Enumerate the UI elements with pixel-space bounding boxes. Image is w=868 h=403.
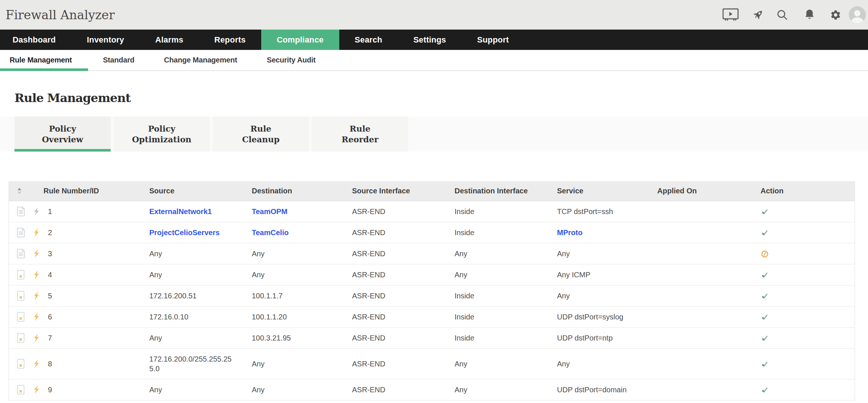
nav-item[interactable]: Dashboard (0, 30, 71, 50)
source-cell[interactable]: Any (149, 271, 162, 279)
col-header-action[interactable]: Action (761, 181, 855, 201)
destination-cell[interactable]: 100.1.1.20 (252, 313, 287, 321)
lightning-bolt-icon[interactable] (33, 207, 39, 216)
rule-row[interactable]: 5 172.16.200.51 100.1.1.7 ASR-END Inside… (9, 285, 855, 306)
lightning-bolt-icon[interactable] (33, 270, 39, 279)
nav-item[interactable]: Reports (199, 30, 261, 50)
rule-row[interactable]: 8 172.16.200.0/255.255.255.0 Any ASR-END… (9, 348, 855, 379)
lightning-bolt-icon[interactable] (33, 385, 39, 394)
col-header-applied-on[interactable]: Applied On (657, 181, 761, 201)
rule-doc-x-icon[interactable] (17, 291, 24, 301)
nav-item[interactable]: Support (462, 30, 525, 50)
rule-doc-x-icon[interactable] (17, 312, 24, 322)
service-cell[interactable]: Any (557, 360, 570, 368)
settings-gear-icon[interactable] (830, 9, 841, 21)
main-nav: Dashboard Inventory Alarms Reports Compl… (0, 30, 868, 50)
notifications-bell-icon[interactable] (803, 9, 816, 21)
demo-video-icon[interactable] (722, 8, 739, 21)
service-cell[interactable]: UDP dstPort=domain (557, 386, 627, 394)
rule-tabs: Policy Overview Policy Optimization Rule… (0, 116, 868, 152)
lightning-bolt-icon[interactable] (33, 359, 39, 368)
col-header-source-interface[interactable]: Source Interface (352, 181, 455, 201)
col-header-source[interactable]: Source (149, 181, 252, 201)
subnav-item[interactable]: Standard (88, 50, 149, 70)
source-cell[interactable]: 172.16.200.51 (149, 292, 197, 300)
nav-item[interactable]: Compliance (261, 30, 339, 50)
source-cell[interactable]: ProjectCelioServers (149, 228, 220, 237)
subnav-item[interactable]: Change Management (149, 50, 252, 70)
rule-row[interactable]: 1 ExternalNetwork1 TeamOPM ASR-END Insid… (9, 201, 855, 222)
source-cell[interactable]: Any (149, 250, 162, 258)
source-cell[interactable]: Any (149, 334, 162, 342)
col-header-service[interactable]: Service (557, 181, 657, 201)
lightning-bolt-icon[interactable] (33, 228, 39, 237)
rule-number-cell: 2 (44, 222, 149, 243)
service-cell[interactable]: MProto (557, 228, 583, 237)
service-cell[interactable]: TCP dstPort=ssh (557, 207, 613, 216)
rule-note-icon[interactable] (17, 207, 25, 216)
lightning-bolt-icon[interactable] (33, 249, 39, 258)
destination-interface-cell: Any (455, 379, 557, 400)
rule-doc-x-icon[interactable] (17, 385, 24, 394)
rule-number-cell: 5 (44, 285, 149, 306)
rules-table: Rule Number/ID Source Destination Source… (9, 181, 855, 400)
nav-item[interactable]: Settings (398, 30, 461, 50)
rule-number-cell: 7 (44, 327, 149, 348)
rule-doc-x-icon[interactable] (17, 270, 24, 280)
destination-cell[interactable]: Any (252, 386, 265, 394)
service-cell[interactable]: UDP dstPort=ntp (557, 334, 613, 342)
col-header-rule-number[interactable]: Rule Number/ID (44, 181, 149, 201)
destination-cell[interactable]: TeamCelio (252, 228, 289, 237)
rule-note-icon[interactable] (17, 228, 25, 237)
header-spacer (31, 181, 44, 201)
service-cell[interactable]: UDP dstPort=syslog (557, 313, 623, 321)
search-icon[interactable] (776, 9, 788, 21)
destination-cell[interactable]: 100.1.1.7 (252, 292, 283, 300)
destination-cell[interactable]: 100.3.21.95 (252, 334, 291, 342)
rule-doc-x-icon[interactable] (17, 359, 24, 369)
applied-on-cell (657, 201, 761, 222)
lightning-bolt-icon[interactable] (33, 333, 39, 342)
rule-row[interactable]: 2 ProjectCelioServers TeamCelio ASR-END … (9, 222, 855, 243)
rule-doc-x-icon[interactable] (17, 333, 24, 343)
tab-item[interactable]: Policy Overview (14, 116, 111, 152)
action-cell (761, 379, 855, 400)
user-avatar[interactable] (849, 6, 866, 23)
applied-on-cell (657, 306, 761, 327)
source-cell[interactable]: Any (149, 386, 162, 394)
rule-row[interactable]: 7 Any 100.3.21.95 ASR-END Inside UDP dst… (9, 327, 855, 348)
rocket-icon[interactable] (751, 9, 764, 21)
lightning-bolt-icon[interactable] (33, 291, 39, 300)
destination-cell[interactable]: Any (252, 250, 265, 258)
rule-number-cell: 9 (44, 379, 149, 400)
destination-cell[interactable]: TeamOPM (252, 207, 287, 216)
col-header-destination-interface[interactable]: Destination Interface (455, 181, 557, 201)
rule-note-icon[interactable] (17, 249, 25, 258)
destination-cell[interactable]: Any (252, 360, 265, 368)
col-header-destination[interactable]: Destination (252, 181, 352, 201)
rule-row[interactable]: 6 172.16.0.10 100.1.1.20 ASR-END Inside … (9, 306, 855, 327)
destination-cell[interactable]: Any (252, 271, 265, 279)
source-cell[interactable]: 172.16.200.0/255.255.255.0 (149, 355, 232, 373)
service-cell[interactable]: Any (557, 250, 570, 258)
applied-on-cell (657, 243, 761, 264)
sort-icon[interactable] (9, 181, 31, 201)
rule-row[interactable]: 4 Any Any ASR-END Any Any ICMP (9, 264, 855, 285)
tab-item[interactable]: Rule Cleanup (213, 116, 309, 152)
rule-row[interactable]: 3 Any Any ASR-END Any Any (9, 243, 855, 264)
nav-item[interactable]: Search (339, 30, 398, 50)
service-cell[interactable]: Any (557, 292, 570, 300)
subnav-item[interactable]: Rule Management (0, 50, 88, 70)
lightning-bolt-icon[interactable] (33, 312, 39, 321)
service-cell[interactable]: Any ICMP (557, 271, 591, 279)
tab-item[interactable]: Rule Reorder (312, 116, 408, 152)
source-cell[interactable]: 172.16.0.10 (149, 313, 189, 321)
subnav-item[interactable]: Security Audit (252, 50, 330, 70)
nav-item[interactable]: Alarms (140, 30, 199, 50)
action-cell (761, 243, 855, 264)
applied-on-cell (657, 285, 761, 306)
tab-item[interactable]: Policy Optimization (114, 116, 210, 152)
rule-row[interactable]: 9 Any Any ASR-END Any UDP dstPort=domain (9, 379, 855, 400)
nav-item[interactable]: Inventory (71, 30, 140, 50)
source-cell[interactable]: ExternalNetwork1 (149, 207, 212, 216)
